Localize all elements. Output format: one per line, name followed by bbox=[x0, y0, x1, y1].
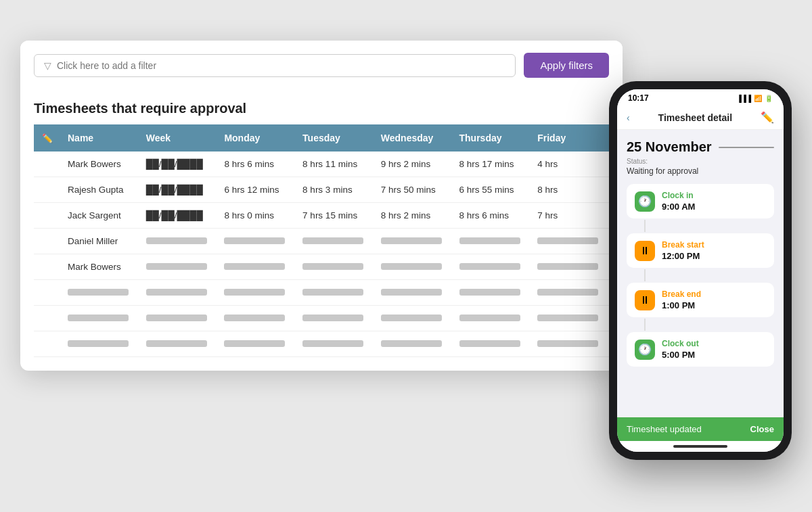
timeline-connector bbox=[644, 220, 646, 232]
pencil-icon: ✏️ bbox=[42, 133, 53, 143]
cell-wednesday bbox=[374, 331, 453, 357]
skeleton-bar bbox=[302, 237, 363, 244]
cell-tuesday bbox=[296, 254, 374, 280]
name-column-header: Name bbox=[61, 124, 139, 152]
date-line bbox=[719, 147, 774, 148]
battery-icon: 🔋 bbox=[765, 95, 773, 102]
wednesday-column-header: Wednesday bbox=[374, 124, 453, 152]
cell-thursday: 8 hrs 6 mins bbox=[453, 203, 531, 229]
cell-wednesday: 7 hrs 50 mins bbox=[374, 177, 453, 203]
phone-home-bar bbox=[617, 441, 784, 452]
row-edit-cell bbox=[34, 203, 61, 229]
break-end-icon: ⏸ bbox=[635, 290, 655, 310]
clock-out-icon: 🕐 bbox=[635, 340, 655, 360]
clock-out-info: Clock out5:00 PM bbox=[662, 339, 766, 360]
break-start-time: 12:00 PM bbox=[662, 251, 766, 261]
phone-screen: 10:17 ▐▐▐ 📶 🔋 ‹ Timesheet detail ✏️ 25 N… bbox=[617, 89, 784, 452]
timeline-entry-break-end: ⏸Break end1:00 PM bbox=[627, 283, 774, 317]
cell-week bbox=[139, 229, 218, 254]
skeleton-bar bbox=[537, 289, 598, 296]
status-time: 10:17 bbox=[628, 93, 649, 103]
week-column-header: Week bbox=[139, 124, 218, 152]
cell-week: ██/██/████ bbox=[139, 177, 218, 203]
timeline-entry-clock-in: 🕐Clock in9:00 AM bbox=[627, 184, 774, 218]
cell-monday: 8 hrs 6 mins bbox=[217, 152, 296, 177]
cell-friday bbox=[531, 306, 609, 331]
cell-thursday bbox=[453, 280, 531, 306]
timeline-connector bbox=[644, 319, 646, 331]
cell-name: Jack Sargent bbox=[61, 203, 139, 229]
skeleton-bar bbox=[537, 263, 598, 270]
friday-column-header: Friday bbox=[531, 124, 609, 152]
filter-input[interactable] bbox=[57, 60, 505, 71]
cell-thursday bbox=[453, 306, 531, 331]
break-end-info: Break end1:00 PM bbox=[662, 289, 766, 310]
cell-tuesday: 7 hrs 15 mins bbox=[296, 203, 374, 229]
cell-name bbox=[61, 306, 139, 331]
tuesday-column-header: Tuesday bbox=[296, 124, 374, 152]
cell-thursday bbox=[453, 229, 531, 254]
table-row[interactable]: Jack Sargent██/██/████8 hrs 0 mins7 hrs … bbox=[34, 203, 609, 229]
table-row[interactable] bbox=[34, 280, 609, 306]
cell-tuesday: 8 hrs 11 mins bbox=[296, 152, 374, 177]
table-row[interactable]: Rajesh Gupta██/██/████6 hrs 12 mins8 hrs… bbox=[34, 177, 609, 203]
back-button[interactable]: ‹ bbox=[627, 112, 630, 123]
skeleton-bar bbox=[459, 315, 520, 321]
cell-week: ██/██/████ bbox=[139, 152, 218, 177]
bottom-bar-text: Timesheet updated bbox=[627, 424, 702, 434]
skeleton-bar bbox=[302, 340, 363, 347]
cell-week bbox=[139, 254, 218, 280]
skeleton-bar bbox=[459, 263, 520, 270]
thursday-column-header: Thursday bbox=[453, 124, 531, 152]
skeleton-bar bbox=[381, 340, 442, 347]
cell-monday bbox=[217, 331, 296, 357]
cell-name: Mark Bowers bbox=[61, 152, 139, 177]
cell-friday: 4 hrs bbox=[531, 152, 609, 177]
cell-thursday bbox=[453, 331, 531, 357]
phone-bottom-bar: Timesheet updated Close bbox=[617, 417, 784, 441]
clock-in-icon: 🕐 bbox=[635, 191, 655, 212]
break-end-time: 1:00 PM bbox=[662, 300, 766, 310]
skeleton-bar bbox=[224, 263, 285, 270]
clock-in-info: Clock in9:00 AM bbox=[662, 191, 766, 212]
cell-week bbox=[139, 331, 218, 357]
cell-friday bbox=[531, 280, 609, 306]
cell-tuesday: 8 hrs 3 mins bbox=[296, 177, 374, 203]
monday-column-header: Monday bbox=[217, 124, 296, 152]
cell-monday bbox=[217, 229, 296, 254]
cell-friday: 7 hrs bbox=[531, 203, 609, 229]
clock-out-time: 5:00 PM bbox=[662, 350, 766, 360]
cell-tuesday bbox=[296, 306, 374, 331]
apply-filters-button[interactable]: Apply filters bbox=[524, 53, 609, 78]
row-edit-cell bbox=[34, 152, 61, 177]
cell-tuesday bbox=[296, 280, 374, 306]
timeline-connector bbox=[644, 269, 646, 281]
skeleton-bar bbox=[146, 340, 207, 347]
cell-tuesday bbox=[296, 331, 374, 357]
table-row[interactable]: Daniel Miller bbox=[34, 229, 609, 254]
cell-wednesday bbox=[374, 280, 453, 306]
skeleton-bar bbox=[381, 263, 442, 270]
skeleton-bar bbox=[146, 263, 207, 270]
timeline-entry-clock-out: 🕐Clock out5:00 PM bbox=[627, 332, 774, 367]
table-row[interactable] bbox=[34, 331, 609, 357]
filter-input-wrapper[interactable]: ▽ bbox=[34, 54, 516, 77]
home-indicator bbox=[673, 445, 727, 448]
row-edit-cell bbox=[34, 254, 61, 280]
close-button[interactable]: Close bbox=[750, 424, 774, 434]
skeleton-bar bbox=[146, 289, 207, 296]
filter-bar: ▽ Apply filters bbox=[20, 41, 623, 90]
cell-name: Rajesh Gupta bbox=[61, 177, 139, 203]
cell-wednesday: 9 hrs 2 mins bbox=[374, 152, 453, 177]
cell-wednesday bbox=[374, 254, 453, 280]
break-start-info: Break start12:00 PM bbox=[662, 240, 766, 261]
phone-edit-icon[interactable]: ✏️ bbox=[761, 111, 774, 124]
skeleton-bar bbox=[459, 237, 520, 244]
skeleton-bar bbox=[68, 340, 129, 347]
table-row[interactable]: Mark Bowers bbox=[34, 254, 609, 280]
table-row[interactable] bbox=[34, 306, 609, 331]
break-start-label: Break start bbox=[662, 240, 766, 250]
skeleton-bar bbox=[146, 315, 207, 321]
cell-name: Mark Bowers bbox=[61, 254, 139, 280]
table-row[interactable]: Mark Bowers██/██/████8 hrs 6 mins8 hrs 1… bbox=[34, 152, 609, 177]
